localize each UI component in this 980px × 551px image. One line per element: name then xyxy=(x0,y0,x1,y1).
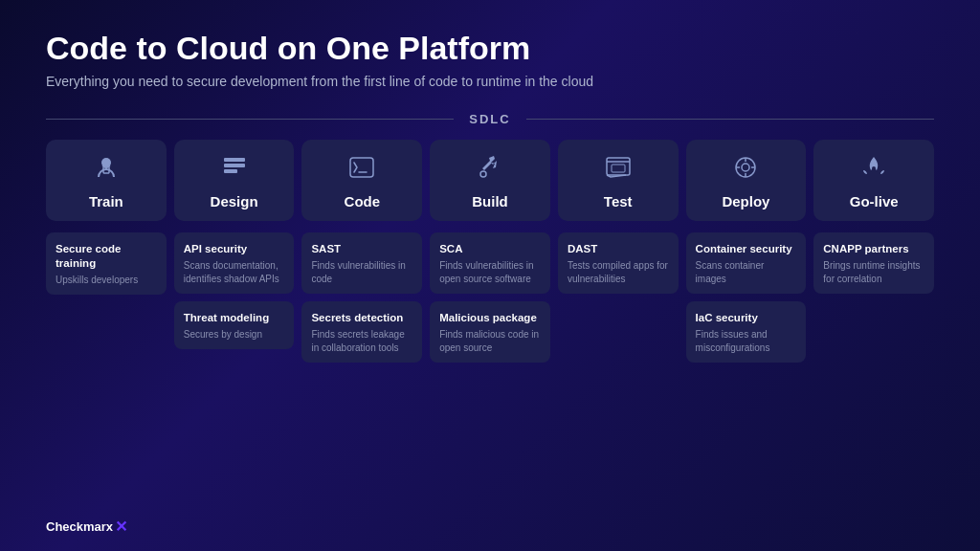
page-subtitle: Everything you need to secure developmen… xyxy=(46,74,934,89)
detail-title-secrets: Secrets detection xyxy=(311,311,412,325)
train-details: Secure code training Upskills developers xyxy=(46,232,167,363)
detail-dast: DAST Tests compiled apps for vulnerabili… xyxy=(558,232,679,294)
build-label: Build xyxy=(472,193,508,209)
detail-desc-sca: Finds vulnerabilities in open source sof… xyxy=(439,259,541,286)
svg-rect-4 xyxy=(224,169,237,173)
detail-title-malicious: Malicious package xyxy=(439,311,541,325)
svg-rect-5 xyxy=(350,158,373,177)
detail-desc-sast: Finds vulnerabilities in code xyxy=(311,259,412,286)
detail-title-container: Container security xyxy=(696,242,797,256)
detail-title-threat: Threat modeling xyxy=(184,311,285,325)
detail-title-dast: DAST xyxy=(568,242,669,256)
code-label: Code xyxy=(345,193,381,209)
detail-desc-iac: Finds issues and misconfigurations xyxy=(696,328,797,355)
detail-title-sca: SCA xyxy=(439,242,541,256)
detail-title-cnapp: CNAPP partners xyxy=(823,242,924,256)
detail-title-api: API security xyxy=(184,242,285,256)
brand-name: Checkmarx xyxy=(46,519,113,534)
svg-rect-8 xyxy=(612,165,625,172)
detail-desc-secrets: Finds secrets leakage in collaboration t… xyxy=(311,328,412,355)
train-label: Train xyxy=(89,193,123,209)
brand-symbol: ✕ xyxy=(115,518,127,536)
detail-cnapp: CNAPP partners Brings runtime insights f… xyxy=(813,232,934,294)
detail-api-security: API security Scans documentation, identi… xyxy=(174,232,295,294)
detail-desc-dast: Tests compiled apps for vulnerabilities xyxy=(568,259,669,286)
detail-sast: SAST Finds vulnerabilities in code xyxy=(301,232,422,294)
deploy-label: Deploy xyxy=(722,193,769,209)
svg-point-11 xyxy=(872,166,876,170)
detail-title-secure-code: Secure code training xyxy=(56,242,157,271)
page-title: Code to Cloud on One Platform xyxy=(46,31,934,66)
main-content: Code to Cloud on One Platform Everything… xyxy=(0,0,980,382)
design-label: Design xyxy=(211,193,258,209)
stage-test: Test xyxy=(558,140,679,221)
svg-rect-3 xyxy=(224,164,245,167)
build-details: SCA Finds vulnerabilities in open source… xyxy=(430,232,550,363)
test-label: Test xyxy=(604,193,633,209)
code-details: SAST Finds vulnerabilities in code Secre… xyxy=(301,232,422,363)
detail-title-sast: SAST xyxy=(311,242,412,256)
sdlc-line: SDLC xyxy=(46,112,934,126)
golive-icon xyxy=(859,153,888,186)
detail-container: Container security Scans container image… xyxy=(686,232,807,294)
stage-train: Train xyxy=(46,140,167,221)
detail-desc-cnapp: Brings runtime insights for correlation xyxy=(823,259,924,286)
stages-row: Train Design Code xyxy=(46,140,934,221)
details-row: Secure code training Upskills developers… xyxy=(46,232,934,363)
detail-desc-api: Scans documentation, identifies shadow A… xyxy=(184,259,285,286)
detail-title-iac: IaC security xyxy=(696,311,797,325)
svg-point-6 xyxy=(480,171,486,177)
detail-iac: IaC security Finds issues and misconfigu… xyxy=(686,301,807,363)
stage-design: Design xyxy=(174,140,295,221)
test-icon xyxy=(604,153,633,186)
test-details: DAST Tests compiled apps for vulnerabili… xyxy=(558,232,679,363)
detail-malicious: Malicious package Finds malicious code i… xyxy=(430,301,550,363)
golive-details: CNAPP partners Brings runtime insights f… xyxy=(813,232,934,363)
detail-desc-container: Scans container images xyxy=(696,259,797,286)
detail-desc-secure-code: Upskills developers xyxy=(56,274,157,287)
stage-code: Code xyxy=(301,140,422,221)
stage-golive: Go-live xyxy=(813,140,934,221)
detail-threat-modeling: Threat modeling Secures by design xyxy=(174,301,295,349)
stage-deploy: Deploy xyxy=(686,140,807,221)
sdlc-label: SDLC xyxy=(454,112,525,126)
detail-secrets: Secrets detection Finds secrets leakage … xyxy=(301,301,422,363)
design-icon xyxy=(220,153,249,186)
detail-desc-threat: Secures by design xyxy=(184,328,285,342)
deploy-details: Container security Scans container image… xyxy=(686,232,807,363)
design-details: API security Scans documentation, identi… xyxy=(174,232,295,363)
stage-build: Build xyxy=(430,140,550,221)
detail-sca: SCA Finds vulnerabilities in open source… xyxy=(430,232,550,294)
detail-secure-code-training: Secure code training Upskills developers xyxy=(46,232,167,295)
golive-label: Go-live xyxy=(850,193,899,209)
code-icon xyxy=(347,153,376,186)
checkmarx-logo: Checkmarx✕ xyxy=(46,518,127,536)
train-icon xyxy=(92,153,121,186)
build-icon xyxy=(476,153,504,186)
deploy-icon xyxy=(731,153,760,186)
svg-point-10 xyxy=(742,164,749,171)
detail-desc-malicious: Finds malicious code in open source xyxy=(439,328,541,355)
sdlc-section: SDLC xyxy=(46,112,934,126)
svg-rect-2 xyxy=(224,158,245,162)
